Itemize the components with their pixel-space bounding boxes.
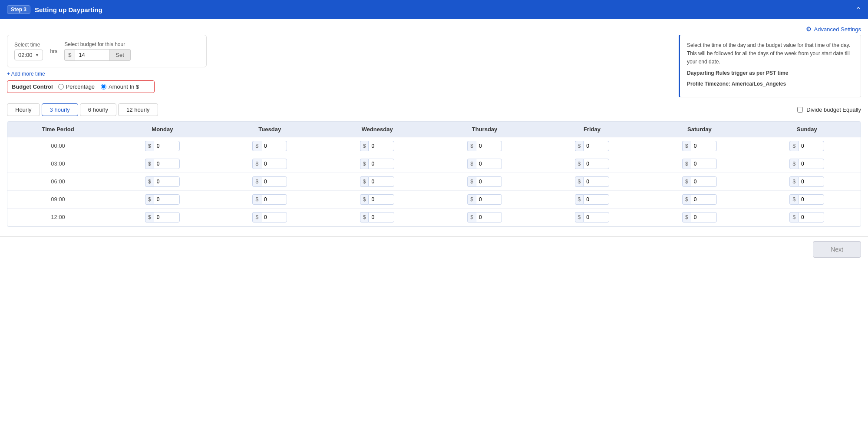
schedule-table-wrapper: Time Period Monday Tuesday Wednesday Thu… [7,121,861,227]
budget-cell: $ [323,190,431,208]
budget-cell: $ [216,155,323,173]
cell-number-input[interactable] [798,159,824,169]
percentage-radio[interactable] [58,84,64,90]
cell-number-input[interactable] [476,159,502,169]
cell-dollar-symbol: $ [575,141,584,151]
footer-row: Next [0,236,868,262]
budget-number-input[interactable] [75,49,109,61]
cell-number-input[interactable] [261,194,287,205]
cell-number-input[interactable] [154,194,180,205]
advanced-settings-button[interactable]: ⚙ Advanced Settings [806,25,861,33]
cell-number-input[interactable] [368,159,394,169]
hrs-label: hrs [50,48,57,54]
cell-number-input[interactable] [691,212,717,222]
budget-cell: $ [753,190,861,208]
budget-control-label: Budget Control [12,83,53,90]
cell-dollar-symbol: $ [252,141,261,151]
cell-number-input[interactable] [691,194,717,205]
cell-number-input[interactable] [261,159,287,169]
cell-input-group: $ [112,176,212,187]
cell-input-group: $ [757,212,857,222]
cell-number-input[interactable] [691,159,717,169]
cell-dollar-symbol: $ [575,159,584,169]
cell-number-input[interactable] [583,194,609,205]
budget-cell: $ [646,190,753,208]
cell-dollar-symbol: $ [145,159,154,169]
percentage-label: Percentage [66,83,95,90]
table-row: 03:00$$$$$$$ [7,155,861,173]
cell-number-input[interactable] [368,176,394,187]
cell-number-input[interactable] [154,176,180,187]
budget-cell: $ [753,173,861,190]
cell-number-input[interactable] [476,141,502,151]
cell-number-input[interactable] [583,159,609,169]
cell-number-input[interactable] [261,176,287,187]
cell-input-group: $ [757,176,857,187]
cell-number-input[interactable] [798,176,824,187]
tab-3hourly[interactable]: 3 hourly [42,103,78,116]
cell-input-group: $ [112,141,212,151]
cell-number-input[interactable] [798,141,824,151]
set-button[interactable]: Set [109,49,131,61]
cell-number-input[interactable] [476,176,502,187]
cell-input-group: $ [757,141,857,151]
collapse-icon[interactable]: ⌃ [855,6,861,14]
add-more-time-button[interactable]: + Add more time [7,71,45,77]
header: Step 3 Setting up Dayparting ⌃ [0,0,868,19]
budget-cell: $ [216,137,323,155]
cell-input-group: $ [542,176,642,187]
tab-6hourly[interactable]: 6 hourly [80,103,116,116]
percentage-option[interactable]: Percentage [58,83,95,90]
cell-number-input[interactable] [476,212,502,222]
cell-input-group: $ [434,194,535,205]
cell-dollar-symbol: $ [682,194,691,205]
cell-number-input[interactable] [798,194,824,205]
cell-number-input[interactable] [368,194,394,205]
budget-cell: $ [538,155,646,173]
cell-number-input[interactable] [154,141,180,151]
cell-number-input[interactable] [154,159,180,169]
amount-option[interactable]: Amount In $ [101,83,139,90]
cell-input-group: $ [327,212,427,222]
cell-number-input[interactable] [583,141,609,151]
cell-number-input[interactable] [583,212,609,222]
budget-cell: $ [216,208,323,226]
cell-dollar-symbol: $ [682,159,691,169]
info-rule2: Profile Timezone: America/Los_Angeles [687,80,854,88]
next-button[interactable]: Next [813,241,861,258]
time-period-cell: 09:00 [7,190,109,208]
time-input-group: Select time 02:00 ▼ [14,42,43,60]
cell-number-input[interactable] [261,141,287,151]
cell-number-input[interactable] [476,194,502,205]
budget-cell: $ [753,155,861,173]
time-value: 02:00 [18,52,33,58]
cell-dollar-symbol: $ [145,212,154,222]
tab-12hourly[interactable]: 12 hourly [118,103,158,116]
cell-number-input[interactable] [798,212,824,222]
divide-budget-checkbox[interactable] [797,107,803,113]
cell-number-input[interactable] [368,212,394,222]
cell-number-input[interactable] [691,141,717,151]
cell-dollar-symbol: $ [789,176,798,187]
amount-radio[interactable] [101,84,106,90]
schedule-table: Time Period Monday Tuesday Wednesday Thu… [7,122,861,226]
cell-number-input[interactable] [368,141,394,151]
col-monday: Monday [109,122,216,137]
cell-input-group: $ [220,176,320,187]
step-badge: Step 3 [7,5,30,14]
cell-number-input[interactable] [583,176,609,187]
table-row: 06:00$$$$$$$ [7,173,861,190]
tab-hourly[interactable]: Hourly [7,103,40,116]
cell-number-input[interactable] [154,212,180,222]
cell-input-group: $ [112,212,212,222]
time-control[interactable]: 02:00 ▼ [14,50,43,60]
cell-input-group: $ [649,212,749,222]
cell-input-group: $ [112,194,212,205]
cell-dollar-symbol: $ [360,212,369,222]
cell-dollar-symbol: $ [789,159,798,169]
col-wednesday: Wednesday [323,122,431,137]
info-rule1: Dayparting Rules trigger as per PST time [687,69,854,77]
cell-dollar-symbol: $ [467,194,476,205]
cell-number-input[interactable] [691,176,717,187]
cell-number-input[interactable] [261,212,287,222]
